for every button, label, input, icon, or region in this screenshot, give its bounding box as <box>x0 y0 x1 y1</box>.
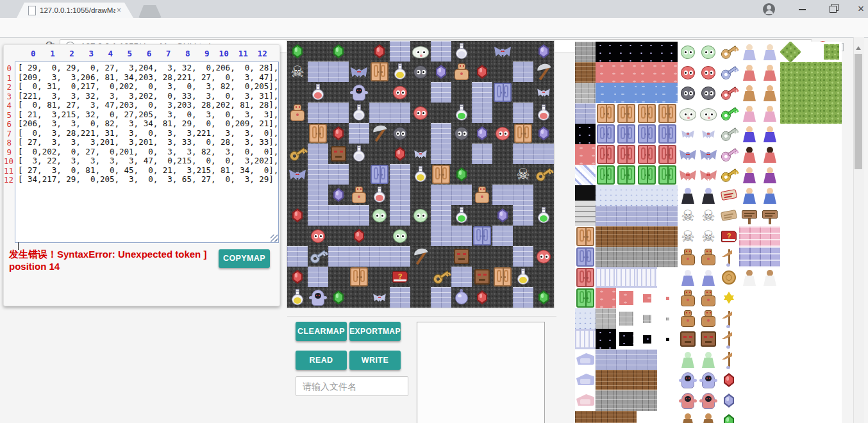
tileset-tile[interactable] <box>739 267 760 288</box>
tileset-tile[interactable] <box>739 144 760 165</box>
tileset-tile[interactable] <box>678 349 698 370</box>
tileset-tile[interactable]: ☠ <box>678 226 698 247</box>
map-tile[interactable] <box>328 82 349 103</box>
map-tile[interactable] <box>431 226 451 246</box>
tileset-tile[interactable] <box>596 390 616 411</box>
map-tile[interactable] <box>390 62 410 82</box>
tileset-tile[interactable] <box>657 247 678 267</box>
tileset-tile[interactable] <box>616 226 637 247</box>
scrollbar-up-arrow-icon[interactable] <box>856 46 861 50</box>
map-tile[interactable] <box>513 123 533 144</box>
map-tile[interactable] <box>513 267 533 287</box>
copymap-button[interactable]: COPYMAP <box>219 249 270 268</box>
tileset-tile[interactable] <box>596 267 616 288</box>
map-tile[interactable] <box>492 185 513 205</box>
map-tile[interactable] <box>492 226 513 246</box>
map-tile[interactable] <box>472 62 492 82</box>
tileset-tile[interactable] <box>739 165 760 185</box>
tileset-tile[interactable] <box>657 288 678 308</box>
map-tile[interactable] <box>451 226 472 246</box>
map-matrix-textarea[interactable]: [ 29, 0, 29, 0, 27, 3,204, 3, 32, 0,206,… <box>15 62 279 243</box>
map-tile[interactable] <box>410 41 431 62</box>
map-tile[interactable] <box>472 287 492 308</box>
tileset-tile[interactable] <box>780 62 801 83</box>
map-tile[interactable] <box>410 82 431 103</box>
tileset-tile[interactable] <box>739 124 760 144</box>
tileset-tile[interactable] <box>575 370 596 390</box>
map-tile[interactable] <box>308 144 328 164</box>
tileset-tile[interactable] <box>657 62 678 83</box>
tileset-tile[interactable] <box>760 226 780 247</box>
tileset-tile[interactable] <box>678 124 698 144</box>
tileset-tile[interactable] <box>616 185 637 206</box>
map-tile[interactable] <box>369 62 390 82</box>
map-tile[interactable] <box>390 103 410 123</box>
map-tile[interactable] <box>308 103 328 123</box>
map-tile[interactable] <box>472 164 492 185</box>
tileset-tile[interactable] <box>760 83 780 103</box>
map-tile[interactable] <box>349 123 369 144</box>
map-tile[interactable] <box>287 41 308 62</box>
tileset-tile[interactable] <box>575 247 596 267</box>
tileset-tile[interactable] <box>698 83 719 103</box>
tileset-tile[interactable] <box>637 267 657 288</box>
tileset-tile[interactable] <box>678 185 698 206</box>
tileset-tile[interactable] <box>719 349 739 370</box>
map-tile[interactable] <box>451 246 472 267</box>
tileset-tile[interactable] <box>575 62 596 83</box>
tileset-tile[interactable] <box>760 103 780 124</box>
tileset-tile[interactable] <box>678 329 698 349</box>
map-tile[interactable] <box>308 164 328 185</box>
map-tile[interactable] <box>533 62 554 82</box>
tileset-tile[interactable] <box>657 185 678 206</box>
map-tile[interactable] <box>492 103 513 123</box>
map-tile[interactable] <box>410 103 431 123</box>
map-tile[interactable] <box>472 246 492 267</box>
tileset-tile[interactable] <box>596 247 616 267</box>
tileset-tile[interactable] <box>637 288 657 308</box>
map-tile[interactable] <box>287 123 308 144</box>
map-tile[interactable] <box>431 144 451 164</box>
map-tile[interactable] <box>431 185 451 205</box>
tileset-tile[interactable] <box>616 42 637 62</box>
map-tile[interactable] <box>472 185 492 205</box>
tileset-tile[interactable] <box>657 206 678 226</box>
map-tile[interactable] <box>431 267 451 287</box>
tileset-tile[interactable] <box>719 267 739 288</box>
map-tile[interactable] <box>533 144 554 164</box>
tileset-tile[interactable] <box>760 62 780 83</box>
tileset-tile[interactable] <box>616 308 637 329</box>
scrollbar-thumb[interactable] <box>855 54 862 169</box>
tileset-tile[interactable] <box>575 390 596 411</box>
map-tile[interactable] <box>369 82 390 103</box>
filename-input[interactable] <box>296 376 408 396</box>
map-tile[interactable] <box>492 144 513 164</box>
tileset-tile[interactable] <box>719 390 739 411</box>
map-tile[interactable] <box>369 41 390 62</box>
map-tile[interactable] <box>308 41 328 62</box>
tileset-tile[interactable] <box>596 370 616 390</box>
tileset-tile[interactable] <box>698 390 719 411</box>
tileset-tile[interactable] <box>637 83 657 103</box>
map-tile[interactable] <box>287 144 308 164</box>
tileset-tile[interactable] <box>575 329 596 349</box>
tileset-tile[interactable] <box>616 390 637 411</box>
map-tile[interactable] <box>349 205 369 226</box>
tileset-tile[interactable] <box>657 103 678 124</box>
map-tile[interactable]: ☠ <box>287 62 308 82</box>
tileset-tile[interactable] <box>637 185 657 206</box>
map-tile[interactable] <box>369 205 390 226</box>
map-tile[interactable] <box>533 164 554 185</box>
tileset-tile[interactable] <box>637 144 657 165</box>
tileset-tile[interactable] <box>637 308 657 329</box>
map-tile[interactable] <box>513 205 533 226</box>
tileset-tile[interactable] <box>801 62 821 83</box>
tileset-tile[interactable] <box>739 83 760 103</box>
map-tile[interactable] <box>431 103 451 123</box>
tileset-tile[interactable] <box>760 144 780 165</box>
map-tile[interactable] <box>451 287 472 308</box>
tileset-tile[interactable] <box>780 83 801 103</box>
map-tile[interactable] <box>287 226 308 246</box>
map-tile[interactable] <box>513 41 533 62</box>
tileset-tile[interactable] <box>698 288 719 308</box>
